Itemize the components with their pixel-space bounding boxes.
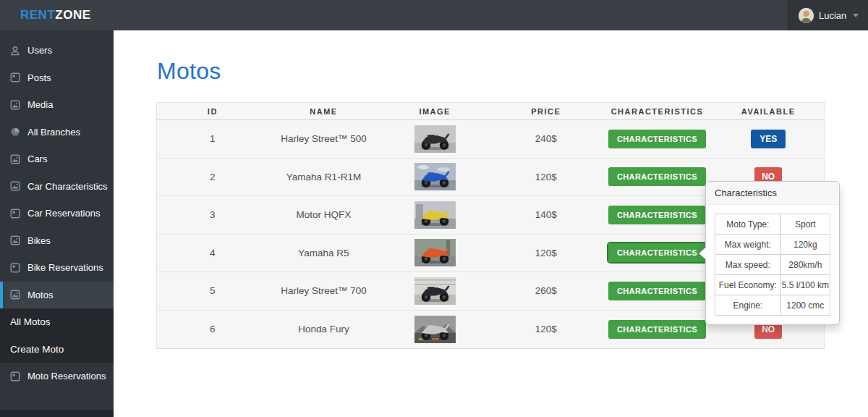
column-header-characteristics: CHARACTERISTICS: [602, 103, 713, 119]
characteristics-button[interactable]: CHARACTERISTICS: [608, 167, 706, 186]
sidebar-item-label: Car Characteristics: [27, 181, 108, 192]
characteristics-popover: Characteristics Moto Type: Sport Max wei…: [705, 181, 840, 325]
cell-id: 1: [157, 120, 268, 158]
moto-thumbnail: [414, 316, 456, 343]
reservation-icon: [10, 371, 20, 382]
sidebar-item-label: Bikes: [27, 235, 51, 246]
sidebar-item-media[interactable]: Media: [0, 91, 114, 119]
topbar: RENTZONE Lucian: [0, 0, 868, 30]
sidebar-item-label: Bike Reservations: [27, 262, 103, 273]
sidebar-item-moto-reservations[interactable]: Moto Reservations: [0, 363, 114, 390]
logo-zone: ZONE: [55, 8, 90, 22]
image-icon: [10, 290, 20, 300]
column-header-name: NAME: [268, 103, 380, 119]
sidebar-item-label: Posts: [27, 72, 51, 83]
sidebar-item-motos[interactable]: Motos: [0, 282, 114, 309]
characteristics-button[interactable]: CHARACTERISTICS: [608, 320, 706, 339]
sidebar-item-label: Cars: [27, 153, 47, 164]
detail-value: 120kg: [780, 235, 830, 255]
table-row: 1 Harley Street™ 500 240$ CHARACTERISTIC…: [157, 120, 824, 159]
cell-price: 120$: [490, 235, 602, 272]
sidebar-item-label: All Branches: [27, 127, 80, 138]
sidebar-item-label: Create Moto: [10, 344, 64, 355]
cell-id: 3: [157, 196, 268, 234]
detail-label: Max speed:: [715, 255, 781, 275]
detail-row: Max weight: 120kg: [715, 235, 830, 255]
media-icon: [10, 100, 20, 110]
moto-thumbnail: [414, 163, 456, 190]
main-content: Motos ID NAME IMAGE PRICE CHARACTERISTIC…: [114, 30, 868, 417]
sidebar-item-label: Moto Reservations: [27, 371, 106, 382]
sidebar-item-label: Motos: [27, 290, 53, 300]
moto-thumbnail: [414, 125, 456, 153]
chevron-down-icon: [853, 14, 859, 17]
post-icon: [10, 72, 20, 83]
motos-submenu: All Motos Create Moto: [0, 308, 114, 363]
characteristics-button[interactable]: CHARACTERISTICS: [608, 206, 706, 224]
detail-value: Sport: [780, 214, 830, 235]
available-badge: YES: [751, 130, 786, 148]
column-header-id: ID: [157, 103, 268, 119]
sidebar-item-cars[interactable]: Cars: [0, 146, 114, 173]
logo-rent: RENT: [20, 8, 55, 22]
cell-image: [379, 235, 490, 272]
user-name: Lucian: [819, 10, 846, 21]
sidebar-item-label: All Motos: [10, 316, 51, 327]
sidebar-item-car-characteristics[interactable]: Car Characteristics: [0, 173, 114, 201]
page-title: Motos: [157, 58, 221, 85]
sidebar-item-all-motos[interactable]: All Motos: [0, 308, 114, 336]
column-header-available: AVAILABLE: [712, 103, 824, 119]
popover-body: Moto Type: Sport Max weight: 120kg Max s…: [706, 205, 839, 324]
sidebar-item-all-branches[interactable]: All Branches: [0, 119, 114, 146]
characteristics-button[interactable]: CHARACTERISTICS: [608, 282, 706, 300]
cell-name: Harley Street™ 500: [268, 120, 380, 158]
app-logo[interactable]: RENTZONE: [20, 8, 91, 22]
sidebar-item-label: Car Reservations: [27, 208, 100, 219]
detail-value: 1200 cmc: [780, 295, 830, 316]
user-menu[interactable]: Lucian: [788, 0, 868, 30]
detail-label: Moto Type:: [715, 214, 781, 235]
detail-value: 280km/h: [780, 255, 830, 275]
characteristics-button[interactable]: CHARACTERISTICS: [608, 243, 706, 262]
cell-name: Honda Fury: [268, 311, 380, 349]
characteristics-button[interactable]: CHARACTERISTICS: [608, 130, 706, 148]
user-icon: [10, 46, 20, 56]
popover-title: Characteristics: [706, 182, 839, 205]
sidebar-item-users[interactable]: Users: [0, 37, 114, 64]
column-header-price: PRICE: [490, 103, 602, 119]
cell-name: Motor HQFX: [268, 196, 380, 234]
detail-row: Moto Type: Sport: [715, 214, 830, 235]
sidebar-bottom-strip: [0, 410, 114, 417]
sidebar-item-bike-reservations[interactable]: Bike Reservations: [0, 254, 114, 282]
sidebar-item-posts[interactable]: Posts: [0, 64, 114, 92]
detail-label: Engine:: [715, 295, 781, 316]
cell-image: [379, 272, 490, 310]
sidebar-item-label: Users: [27, 45, 52, 56]
reservation-icon: [10, 208, 20, 219]
cell-id: 6: [157, 311, 268, 349]
characteristics-detail-table: Moto Type: Sport Max weight: 120kg Max s…: [715, 214, 830, 316]
table-header-row: ID NAME IMAGE PRICE CHARACTERISTICS AVAI…: [157, 103, 824, 120]
detail-value: 5.5 l/100 km: [780, 275, 830, 295]
cell-name: Yamaha R5: [268, 235, 380, 272]
column-header-image: IMAGE: [379, 103, 490, 119]
sidebar: Users Posts Media All Branches Cars Car …: [0, 30, 114, 417]
detail-row: Engine: 1200 cmc: [715, 295, 830, 316]
sidebar-item-create-moto[interactable]: Create Moto: [0, 336, 114, 363]
sidebar-item-label: Media: [27, 99, 53, 110]
sidebar-item-bikes[interactable]: Bikes: [0, 227, 114, 255]
moto-thumbnail: [414, 277, 456, 305]
cell-price: 240$: [490, 120, 602, 158]
moto-thumbnail: [414, 239, 456, 266]
cell-image: [379, 120, 490, 158]
sidebar-item-car-reservations[interactable]: Car Reservations: [0, 200, 114, 227]
cell-id: 4: [157, 235, 268, 272]
user-avatar: [799, 8, 814, 23]
cell-image: [379, 196, 490, 234]
cell-price: 260$: [490, 272, 602, 310]
detail-row: Fuel Economy: 5.5 l/100 km: [715, 275, 830, 295]
detail-row: Max speed: 280km/h: [715, 255, 830, 275]
cell-name: Harley Street™ 700: [268, 272, 380, 310]
cell-id: 2: [157, 159, 268, 196]
detail-label: Fuel Economy:: [715, 275, 781, 295]
